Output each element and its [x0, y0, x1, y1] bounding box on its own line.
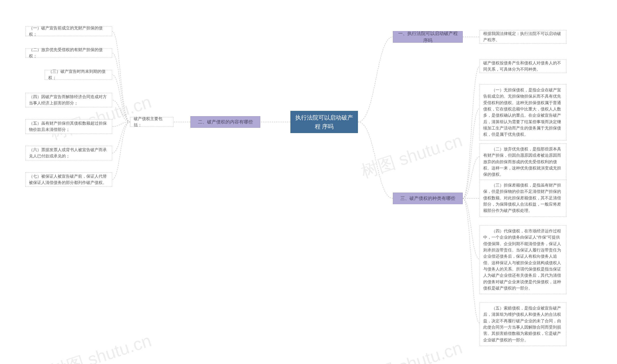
- branch-3-item-text: （二）放弃优先债权，是指那些原本具有财产担保，但因自愿原因或者被迫原因而放弃的由…: [483, 146, 563, 178]
- branch-2-item[interactable]: （一）破产宣告前成立的无财产担保的债权；: [25, 26, 112, 36]
- branch-3[interactable]: 三、破产债权的种类有哪些: [393, 193, 463, 204]
- branch-1[interactable]: 一、执行法院可以启动破产程序吗: [393, 31, 463, 43]
- branch-1-label: 一、执行法院可以启动破产程序吗: [397, 30, 459, 44]
- watermark: 树图 shutu.cn: [47, 329, 154, 364]
- branch-3-item-text: （五）索赔债权，是指企业被宣告破产后，清算组为维护债权人和债务人的合法权益，决定…: [483, 305, 563, 343]
- branch-3-item[interactable]: （四）代保债权，在市场经济运作过程中，一个企业的债务由保证人"作保"可提供偿债保…: [480, 225, 566, 294]
- branch-3-item[interactable]: （三）担保差额债权，是指虽有财产担保，但是担保物的价款不足清偿财产担保的债权数额…: [480, 180, 566, 217]
- branch-3-item-text: （一）无担保债权，是指企业在破产宣告前成立的、无担保物担保从而不具有优先受偿权利…: [483, 87, 563, 138]
- branch-2-item[interactable]: （三）破产宣告时尚未到期的债权；: [45, 70, 112, 79]
- branch-2-sub[interactable]: 破产债权主要包括：: [130, 117, 174, 127]
- branch-2-item[interactable]: （七）被保证人被宣告破产前，保证人代替被保证人清偿债务的部分都列作破产债权。: [25, 172, 112, 187]
- root-node[interactable]: 执行法院可以启动破产程 序吗: [290, 111, 358, 133]
- branch-3-item[interactable]: （二）放弃优先债权，是指那些原本具有财产担保，但因自愿原因或者被迫原因而放弃的由…: [480, 143, 566, 181]
- branch-2-item-text: （三）破产宣告时尚未到期的债权；: [48, 68, 108, 81]
- branch-3-item[interactable]: （五）索赔债权，是指企业被宣告破产后，清算组为维护债权人和债务人的合法权益，决定…: [480, 302, 566, 346]
- branch-2-item[interactable]: （二）放弃优先受偿权的有财产担保的债权；: [25, 48, 112, 58]
- branch-2-label: 二、破产债权的内容有哪些: [198, 118, 253, 125]
- watermark: 树图 shutu.cn: [358, 336, 465, 364]
- branch-3-intro-text: 破产债权按债务产生和债权人对债务人的不同关系，可具体分为不同种类。: [483, 60, 563, 73]
- watermark: 树图 shutu.cn: [358, 129, 465, 183]
- root-title: 执行法院可以启动破产程 序吗: [294, 113, 354, 131]
- branch-2-item[interactable]: （四）因破产宣告而解除经济合同造成对方当事人经济上损害的部分；: [25, 93, 112, 107]
- branch-2-item-text: （一）破产宣告前成立的无财产担保的债权；: [29, 25, 108, 38]
- branch-3-item[interactable]: （一）无担保债权，是指企业在破产宣告前成立的、无担保物担保从而不具有优先受偿权利…: [480, 84, 566, 141]
- branch-2-item-text: （七）被保证人被宣告破产前，保证人代替被保证人清偿债务的部分都列作破产债权。: [29, 173, 108, 186]
- branch-2-item-text: （五）虽有财产担保但其债权数额超过担保物价款且未清偿部分；: [29, 120, 108, 133]
- branch-1-leaf-text: 根据我国法律规定：执行法院不可以启动破产程序。: [483, 31, 563, 43]
- branch-3-item-text: （四）代保债权，在市场经济运作过程中，一个企业的债务由保证人"作保"可提供偿债保…: [483, 228, 563, 291]
- branch-2-item-text: （四）因破产宣告而解除经济合同造成对方当事人经济上损害的部分；: [29, 94, 108, 106]
- branch-2-item-text: （二）放弃优先受偿权的有财产担保的债权；: [29, 47, 108, 60]
- branch-1-leaf[interactable]: 根据我国法律规定：执行法院不可以启动破产程序。: [480, 30, 566, 44]
- branch-2[interactable]: 二、破产债权的内容有哪些: [190, 116, 260, 128]
- branch-2-item[interactable]: （六）票据发票人或背书人被宣告破产而承兑人已付款或承兑的；: [25, 146, 112, 160]
- branch-2-item[interactable]: （五）虽有财产担保但其债权数额超过担保物价款且未清偿部分；: [25, 119, 112, 134]
- branch-3-item-text: （三）担保差额债权，是指虽有财产担保，但是担保物的价款不足清偿财产担保的债权数额…: [483, 182, 563, 214]
- branch-2-sub-label: 破产债权主要包括：: [134, 116, 170, 129]
- branch-3-label: 三、破产债权的种类有哪些: [400, 195, 455, 202]
- branch-2-item-text: （六）票据发票人或背书人被宣告破产而承兑人已付款或承兑的；: [29, 147, 108, 160]
- branch-3-intro[interactable]: 破产债权按债务产生和债权人对债务人的不同关系，可具体分为不同种类。: [480, 60, 566, 73]
